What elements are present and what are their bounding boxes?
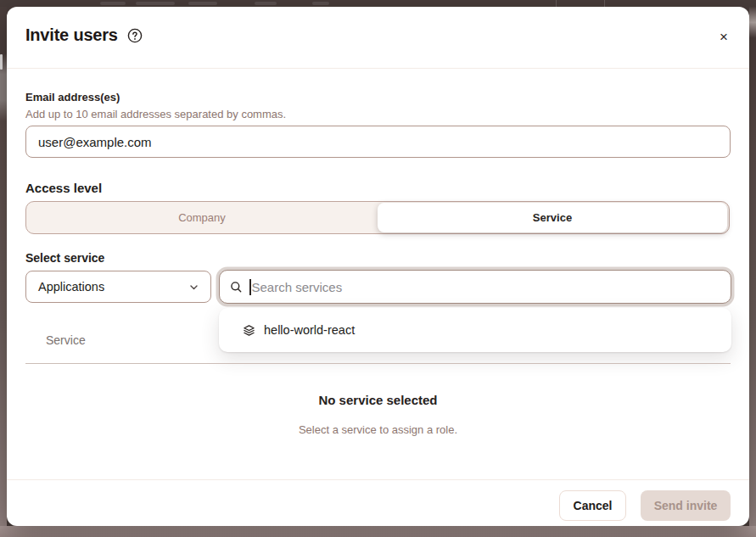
background-nav-text-hint [100, 2, 126, 5]
email-input[interactable] [25, 126, 731, 158]
table-header-divider [25, 363, 731, 364]
chevron-down-icon [188, 282, 199, 293]
access-level-option-service[interactable]: Service [378, 203, 727, 232]
email-helper-text: Add up to 10 email addresses separated b… [25, 108, 286, 120]
service-column-header: Service [46, 333, 86, 347]
cancel-button[interactable]: Cancel [559, 490, 626, 521]
background-nav-separator [604, 0, 605, 7]
select-service-label: Select service [25, 251, 104, 265]
screen: Invite users × Email address(es) Add up … [0, 0, 756, 537]
empty-state-subtitle: Select a service to assign a role. [25, 423, 731, 436]
header-divider [7, 68, 749, 69]
background-nav-text-hint [188, 2, 217, 5]
service-type-dropdown[interactable]: Applications [25, 271, 211, 303]
search-placeholder-text: Search services [252, 280, 343, 294]
background-nav-text-hint [136, 2, 175, 5]
access-level-label: Access level [25, 181, 102, 195]
access-level-option-company[interactable]: Company [26, 202, 378, 233]
service-result-name: hello-world-react [264, 323, 355, 337]
dialog-header: Invite users [25, 25, 143, 45]
help-icon[interactable] [127, 28, 143, 43]
company-option-label: Company [178, 211, 226, 224]
invite-users-dialog: Invite users × Email address(es) Add up … [7, 7, 749, 526]
background-page-edge-bottom [0, 526, 756, 537]
footer-divider [7, 479, 749, 480]
service-type-dropdown-value: Applications [38, 280, 104, 294]
search-results-dropdown: hello-world-react [219, 308, 731, 352]
layers-icon [243, 324, 255, 337]
background-nav-text-hint [255, 2, 277, 5]
background-page-edge-left [0, 7, 7, 526]
background-nav-text-hint [312, 2, 329, 5]
email-label: Email address(es) [25, 91, 120, 103]
background-nav-separator [556, 0, 557, 7]
empty-state-title: No service selected [25, 393, 731, 407]
search-icon [230, 281, 243, 294]
background-page-text-fragment [0, 54, 3, 70]
background-page-edge-right [749, 7, 756, 526]
service-option-label: Service [533, 211, 572, 224]
search-services-input[interactable]: Search services [219, 270, 731, 304]
send-invite-button[interactable]: Send invite [641, 490, 731, 521]
access-level-segmented-control: Company Service [25, 201, 730, 234]
service-result-hello-world-react[interactable]: hello-world-react [219, 308, 731, 352]
dialog-title: Invite users [25, 25, 118, 45]
text-caret [249, 279, 251, 295]
close-icon[interactable]: × [715, 29, 732, 46]
